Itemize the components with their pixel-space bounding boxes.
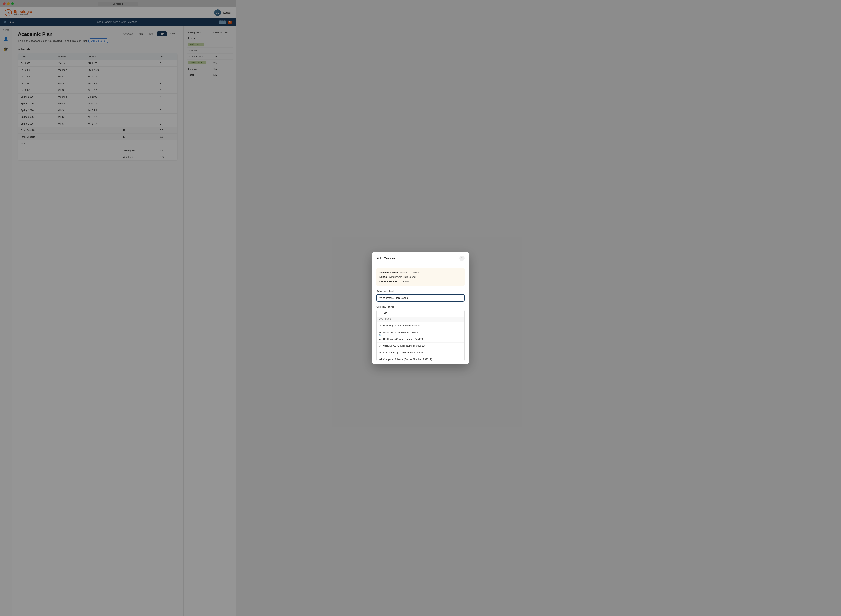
modal-overlay[interactable]: Edit Course ✕ Selected Course: Algebra 2…	[0, 0, 236, 616]
